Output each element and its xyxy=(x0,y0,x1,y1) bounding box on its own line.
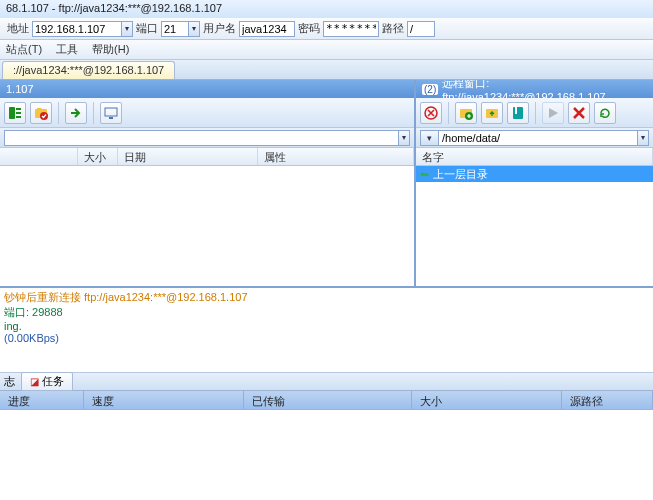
bottom-tabs: 志 ◪ 任务 xyxy=(0,372,653,390)
port-input[interactable] xyxy=(161,21,189,37)
log-line-reconnect: 钞钟后重新连接 ftp://java1234:***@192.168.1.107 xyxy=(4,290,649,305)
remote-toolbar xyxy=(416,98,653,128)
log-line-port: 端口: 29888 xyxy=(4,305,649,320)
session-tabs: ://java1234:***@192.168.1.107 xyxy=(0,60,653,80)
svg-rect-13 xyxy=(515,107,517,114)
menu-help[interactable]: 帮助(H) xyxy=(92,42,129,57)
delete-icon xyxy=(572,106,586,120)
arrow-right-icon xyxy=(69,106,83,120)
remote-play-button[interactable] xyxy=(542,102,564,124)
xcol-speed[interactable]: 速度 xyxy=(84,391,244,409)
svg-rect-2 xyxy=(16,112,21,114)
local-file-list[interactable] xyxy=(0,166,414,286)
remote-path-dropdown-icon[interactable]: ▾ xyxy=(638,130,649,146)
remote-refresh-button[interactable] xyxy=(594,102,616,124)
remote-delete-button[interactable] xyxy=(568,102,590,124)
transfer-column-headers: 进度 速度 已传输 大小 源路径 xyxy=(0,390,653,410)
remote-path-input[interactable] xyxy=(438,130,638,146)
separator xyxy=(93,102,94,124)
remote-row-parent-label: 上一层目录 xyxy=(433,167,488,182)
window-title: 68.1.107 - ftp://java1234:***@192.168.1.… xyxy=(0,0,653,18)
separator xyxy=(58,102,59,124)
remote-disconnect-button[interactable] xyxy=(420,102,442,124)
log-line-speed: (0.00KBps) xyxy=(4,332,649,344)
svg-rect-1 xyxy=(16,108,21,110)
svg-rect-12 xyxy=(513,107,523,119)
local-path-dropdown-icon[interactable]: ▾ xyxy=(399,130,410,146)
path-label: 路径 xyxy=(382,21,404,36)
tab-task-label: 任务 xyxy=(42,374,64,389)
password-label: 密码 xyxy=(298,21,320,36)
remote-path-parent-icon[interactable]: ▾ xyxy=(420,130,438,146)
remote-panel-index: (2) xyxy=(422,84,438,95)
local-toolbar xyxy=(0,98,414,128)
play-icon xyxy=(547,107,559,119)
svg-rect-7 xyxy=(109,117,113,119)
menu-tools[interactable]: 工具 xyxy=(56,42,78,57)
folder-check-icon xyxy=(34,106,48,120)
remote-row-parent[interactable]: ➦ 上一层目录 xyxy=(416,166,653,182)
svg-rect-6 xyxy=(105,108,117,116)
local-tree-button[interactable] xyxy=(4,102,26,124)
remote-panel-header: (2) 远程窗口: ftp://java1234:***@192.168.1.1… xyxy=(416,80,653,98)
remote-column-headers: 名字 xyxy=(416,148,653,166)
remote-upfolder-button[interactable] xyxy=(481,102,503,124)
port-label: 端口 xyxy=(136,21,158,36)
session-tab-1[interactable]: ://java1234:***@192.168.1.107 xyxy=(2,61,175,79)
monitor-icon xyxy=(104,106,118,120)
folder-up-icon xyxy=(485,106,499,120)
path-input[interactable] xyxy=(407,21,435,37)
svg-rect-0 xyxy=(9,107,15,119)
xcol-srcpath[interactable]: 源路径 xyxy=(562,391,653,409)
local-check-button[interactable] xyxy=(30,102,52,124)
remote-path-row: ▾ ▾ xyxy=(416,128,653,148)
local-panel-title: 1.107 xyxy=(6,83,34,95)
address-bar: 地址 ▾ 端口 ▾ 用户名 密码 路径 xyxy=(0,18,653,40)
remote-panel: (2) 远程窗口: ftp://java1234:***@192.168.1.1… xyxy=(416,80,653,286)
remote-bookmark-button[interactable] xyxy=(507,102,529,124)
user-label: 用户名 xyxy=(203,21,236,36)
xcol-done[interactable]: 已传输 xyxy=(244,391,412,409)
refresh-icon xyxy=(598,106,612,120)
password-input[interactable] xyxy=(323,21,379,37)
col-remote-name[interactable]: 名字 xyxy=(416,148,653,165)
local-panel-header: 1.107 xyxy=(0,80,414,98)
remote-file-list[interactable]: ➦ 上一层目录 xyxy=(416,166,653,286)
tree-icon xyxy=(8,106,22,120)
separator xyxy=(535,102,536,124)
host-label: 地址 xyxy=(7,21,29,36)
log-line-ing: ing. xyxy=(4,320,649,332)
col-local-date[interactable]: 日期 xyxy=(118,148,258,165)
separator xyxy=(448,102,449,124)
parent-dir-icon: ➦ xyxy=(420,168,429,181)
xcol-size[interactable]: 大小 xyxy=(412,391,562,409)
host-dropdown-icon[interactable]: ▾ xyxy=(122,21,133,37)
remote-newfolder-button[interactable] xyxy=(455,102,477,124)
col-local-size[interactable]: 大小 xyxy=(78,148,118,165)
tab-log-label[interactable]: 志 xyxy=(4,374,15,389)
folder-plus-icon xyxy=(459,106,473,120)
log-area: 钞钟后重新连接 ftp://java1234:***@192.168.1.107… xyxy=(0,286,653,372)
svg-rect-3 xyxy=(16,116,21,118)
host-input[interactable] xyxy=(32,21,122,37)
transfer-list[interactable] xyxy=(0,410,653,498)
disconnect-icon xyxy=(424,106,438,120)
col-spacer[interactable] xyxy=(0,148,78,165)
user-input[interactable] xyxy=(239,21,295,37)
menu-bar: 站点(T) 工具 帮助(H) xyxy=(0,40,653,60)
menu-site[interactable]: 站点(T) xyxy=(6,42,42,57)
tab-task[interactable]: ◪ 任务 xyxy=(21,372,73,391)
xcol-progress[interactable]: 进度 xyxy=(0,391,84,409)
local-path-row: ▾ xyxy=(0,128,414,148)
local-path-input[interactable] xyxy=(4,130,399,146)
port-dropdown-icon[interactable]: ▾ xyxy=(189,21,200,37)
local-column-headers: 大小 日期 属性 xyxy=(0,148,414,166)
local-panel: 1.107 ▾ 大小 日期 属性 xyxy=(0,80,416,286)
task-icon: ◪ xyxy=(30,376,39,387)
local-preview-button[interactable] xyxy=(100,102,122,124)
local-upload-button[interactable] xyxy=(65,102,87,124)
split-panels: 1.107 ▾ 大小 日期 属性 xyxy=(0,80,653,286)
col-local-attr[interactable]: 属性 xyxy=(258,148,414,165)
bookmark-icon xyxy=(511,106,525,120)
